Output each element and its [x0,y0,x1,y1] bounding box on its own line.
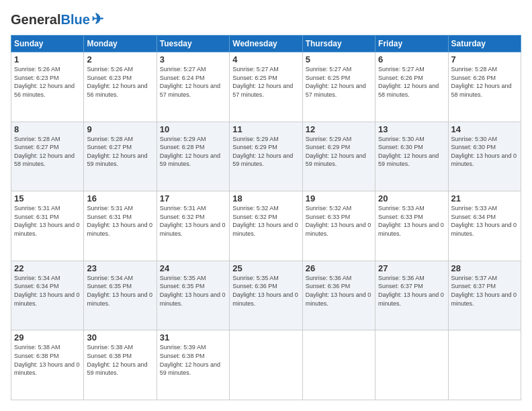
calendar-cell: 30 Sunrise: 5:38 AM Sunset: 6:38 PM Dayl… [84,330,157,400]
calendar-cell: 29 Sunrise: 5:38 AM Sunset: 6:38 PM Dayl… [11,330,84,400]
day-number: 24 [160,263,226,273]
calendar-cell: 20 Sunrise: 5:33 AM Sunset: 6:33 PM Dayl… [375,191,448,261]
calendar-cell: 24 Sunrise: 5:35 AM Sunset: 6:35 PM Dayl… [157,261,229,330]
day-number: 28 [451,263,518,273]
day-info: Sunrise: 5:34 AM Sunset: 6:35 PM Dayligh… [87,274,153,308]
calendar-cell: 11 Sunrise: 5:29 AM Sunset: 6:29 PM Dayl… [230,122,302,191]
day-number: 1 [14,54,81,64]
day-info: Sunrise: 5:28 AM Sunset: 6:26 PM Dayligh… [451,65,518,99]
day-number: 5 [306,54,372,64]
logo-text: General Blue ✈ [11,11,103,28]
day-number: 11 [232,124,299,134]
day-number: 10 [160,124,226,134]
day-info: Sunrise: 5:29 AM Sunset: 6:28 PM Dayligh… [160,135,226,169]
day-number: 30 [87,332,153,342]
calendar-page: General Blue ✈ SundayMondayTuesdayWednes… [0,0,532,411]
day-number: 20 [378,193,445,203]
calendar-cell [375,330,448,400]
calendar-cell: 2 Sunrise: 5:26 AM Sunset: 6:23 PM Dayli… [84,52,157,122]
day-info: Sunrise: 5:31 AM Sunset: 6:31 PM Dayligh… [14,204,81,238]
calendar-cell: 8 Sunrise: 5:28 AM Sunset: 6:27 PM Dayli… [11,122,84,191]
calendar-week-row: 29 Sunrise: 5:38 AM Sunset: 6:38 PM Dayl… [11,330,521,400]
calendar-cell: 12 Sunrise: 5:29 AM Sunset: 6:29 PM Dayl… [302,122,375,191]
calendar-cell: 18 Sunrise: 5:32 AM Sunset: 6:32 PM Dayl… [230,191,302,261]
day-number: 18 [232,193,299,203]
logo-blue: Blue [60,12,89,28]
day-number: 25 [232,263,299,273]
day-number: 7 [451,54,518,64]
day-number: 14 [451,124,518,134]
logo-bird-icon: ✈ [91,11,103,28]
day-number: 2 [87,54,153,64]
day-number: 12 [306,124,372,134]
calendar-week-row: 8 Sunrise: 5:28 AM Sunset: 6:27 PM Dayli… [11,122,521,191]
day-number: 16 [87,193,153,203]
calendar-cell [448,330,521,400]
calendar-cell: 22 Sunrise: 5:34 AM Sunset: 6:34 PM Dayl… [11,261,84,330]
weekday-header-wednesday: Wednesday [230,36,302,52]
calendar-cell: 27 Sunrise: 5:36 AM Sunset: 6:37 PM Dayl… [375,261,448,330]
day-number: 19 [306,193,372,203]
calendar-cell: 25 Sunrise: 5:35 AM Sunset: 6:36 PM Dayl… [230,261,302,330]
day-info: Sunrise: 5:29 AM Sunset: 6:29 PM Dayligh… [232,135,299,169]
calendar-cell: 6 Sunrise: 5:27 AM Sunset: 6:26 PM Dayli… [375,52,448,122]
calendar-cell: 23 Sunrise: 5:34 AM Sunset: 6:35 PM Dayl… [84,261,157,330]
calendar-table: SundayMondayTuesdayWednesdayThursdayFrid… [11,35,521,400]
weekday-header-tuesday: Tuesday [157,36,229,52]
day-number: 17 [160,193,226,203]
weekday-header-thursday: Thursday [302,36,375,52]
day-number: 31 [160,332,226,342]
day-info: Sunrise: 5:27 AM Sunset: 6:25 PM Dayligh… [306,65,372,99]
day-number: 8 [14,124,81,134]
day-number: 4 [232,54,299,64]
calendar-week-row: 1 Sunrise: 5:26 AM Sunset: 6:23 PM Dayli… [11,52,521,122]
day-number: 21 [451,193,518,203]
day-info: Sunrise: 5:35 AM Sunset: 6:36 PM Dayligh… [232,274,299,308]
logo: General Blue ✈ [11,11,103,28]
day-info: Sunrise: 5:31 AM Sunset: 6:32 PM Dayligh… [160,204,226,238]
day-info: Sunrise: 5:27 AM Sunset: 6:24 PM Dayligh… [160,65,226,99]
day-info: Sunrise: 5:27 AM Sunset: 6:26 PM Dayligh… [378,65,445,99]
day-number: 22 [14,263,81,273]
day-number: 6 [378,54,445,64]
day-info: Sunrise: 5:37 AM Sunset: 6:37 PM Dayligh… [451,274,518,308]
calendar-cell: 4 Sunrise: 5:27 AM Sunset: 6:25 PM Dayli… [230,52,302,122]
day-info: Sunrise: 5:26 AM Sunset: 6:23 PM Dayligh… [14,65,81,99]
day-info: Sunrise: 5:36 AM Sunset: 6:36 PM Dayligh… [306,274,372,308]
day-info: Sunrise: 5:32 AM Sunset: 6:32 PM Dayligh… [232,204,299,238]
day-number: 26 [306,263,372,273]
calendar-cell: 14 Sunrise: 5:30 AM Sunset: 6:30 PM Dayl… [448,122,521,191]
calendar-cell [230,330,302,400]
day-info: Sunrise: 5:38 AM Sunset: 6:38 PM Dayligh… [14,343,81,377]
day-info: Sunrise: 5:33 AM Sunset: 6:33 PM Dayligh… [378,204,445,238]
logo-general: General [11,12,60,28]
calendar-cell: 7 Sunrise: 5:28 AM Sunset: 6:26 PM Dayli… [448,52,521,122]
weekday-header-row: SundayMondayTuesdayWednesdayThursdayFrid… [11,36,521,52]
calendar-cell: 16 Sunrise: 5:31 AM Sunset: 6:31 PM Dayl… [84,191,157,261]
day-info: Sunrise: 5:39 AM Sunset: 6:38 PM Dayligh… [160,343,226,377]
day-info: Sunrise: 5:38 AM Sunset: 6:38 PM Dayligh… [87,343,153,377]
calendar-week-row: 22 Sunrise: 5:34 AM Sunset: 6:34 PM Dayl… [11,261,521,330]
day-info: Sunrise: 5:27 AM Sunset: 6:25 PM Dayligh… [232,65,299,99]
calendar-cell: 9 Sunrise: 5:28 AM Sunset: 6:27 PM Dayli… [84,122,157,191]
day-info: Sunrise: 5:30 AM Sunset: 6:30 PM Dayligh… [451,135,518,169]
weekday-header-friday: Friday [375,36,448,52]
day-info: Sunrise: 5:31 AM Sunset: 6:31 PM Dayligh… [87,204,153,238]
calendar-cell: 31 Sunrise: 5:39 AM Sunset: 6:38 PM Dayl… [157,330,229,400]
day-info: Sunrise: 5:35 AM Sunset: 6:35 PM Dayligh… [160,274,226,308]
day-info: Sunrise: 5:36 AM Sunset: 6:37 PM Dayligh… [378,274,445,308]
day-info: Sunrise: 5:29 AM Sunset: 6:29 PM Dayligh… [306,135,372,169]
day-number: 27 [378,263,445,273]
day-info: Sunrise: 5:30 AM Sunset: 6:30 PM Dayligh… [378,135,445,169]
calendar-cell: 10 Sunrise: 5:29 AM Sunset: 6:28 PM Dayl… [157,122,229,191]
calendar-cell: 5 Sunrise: 5:27 AM Sunset: 6:25 PM Dayli… [302,52,375,122]
calendar-cell: 21 Sunrise: 5:33 AM Sunset: 6:34 PM Dayl… [448,191,521,261]
day-info: Sunrise: 5:28 AM Sunset: 6:27 PM Dayligh… [87,135,153,169]
day-number: 9 [87,124,153,134]
calendar-week-row: 15 Sunrise: 5:31 AM Sunset: 6:31 PM Dayl… [11,191,521,261]
weekday-header-saturday: Saturday [448,36,521,52]
calendar-cell: 1 Sunrise: 5:26 AM Sunset: 6:23 PM Dayli… [11,52,84,122]
page-header: General Blue ✈ [11,11,521,28]
day-info: Sunrise: 5:33 AM Sunset: 6:34 PM Dayligh… [451,204,518,238]
calendar-cell: 28 Sunrise: 5:37 AM Sunset: 6:37 PM Dayl… [448,261,521,330]
